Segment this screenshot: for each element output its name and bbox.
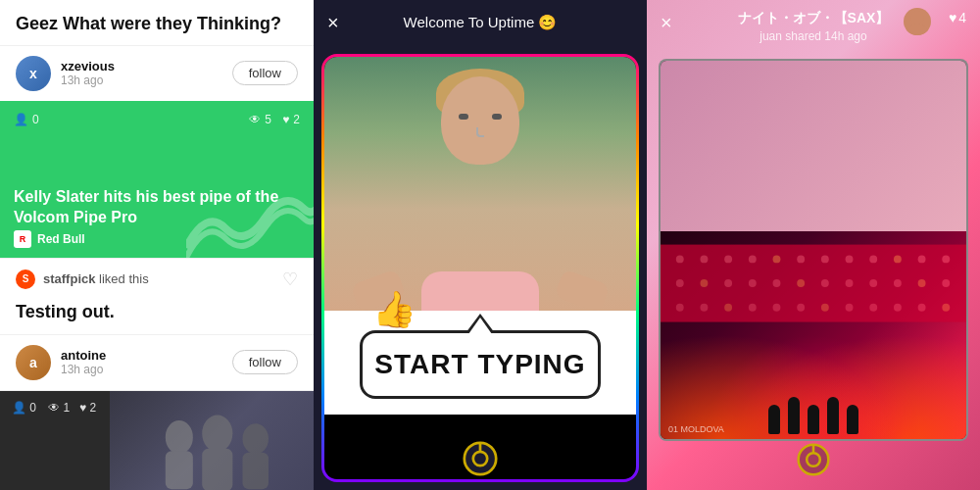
svg-point-4 xyxy=(243,423,269,454)
svg-point-31 xyxy=(846,279,854,287)
svg-point-41 xyxy=(797,303,805,311)
svg-point-44 xyxy=(869,303,877,311)
svg-point-36 xyxy=(676,303,684,311)
svg-point-38 xyxy=(724,303,732,311)
follow-button-1[interactable]: follow xyxy=(232,61,298,85)
people-silhouette xyxy=(116,407,304,490)
svg-point-26 xyxy=(724,279,732,287)
avatar-xzevious: x xyxy=(16,56,51,91)
heart-badge-icon: ♥ xyxy=(949,10,956,25)
user-time-1: 13h ago xyxy=(61,74,222,87)
svg-point-43 xyxy=(846,303,854,311)
eye-right xyxy=(492,114,502,120)
svg-point-35 xyxy=(942,279,950,287)
username-1: xzevious xyxy=(61,59,222,74)
svg-point-21 xyxy=(894,255,902,263)
heart-badge-count: 4 xyxy=(958,10,966,25)
bottom-card[interactable]: 👤 0 👁 1 ♥ 2 xyxy=(0,391,314,490)
svg-point-19 xyxy=(846,255,854,263)
hand-right xyxy=(554,269,610,313)
viewer-count: 👤 0 xyxy=(14,113,39,126)
right-panel: × ナイト・オブ・【SAX】 juan shared 14h ago ♥ 4 xyxy=(647,0,980,490)
liked-row: S staffpick liked this ♡ xyxy=(0,258,314,300)
svg-point-42 xyxy=(821,303,829,311)
nose xyxy=(476,127,484,137)
performer-1 xyxy=(768,405,780,434)
green-card[interactable]: 👤 0 👁 5 ♥ 2 Kelly Slater hits his best p… xyxy=(0,101,314,258)
brand-logo: R xyxy=(14,230,31,248)
green-card-brand: R Red Bull xyxy=(14,230,85,248)
left-header: Geez What were they Thinking? xyxy=(0,0,314,45)
face xyxy=(441,76,519,165)
svg-point-27 xyxy=(749,279,757,287)
svg-point-14 xyxy=(724,255,732,263)
middle-title: Welcome To Uptime 😊 xyxy=(314,14,647,31)
svg-point-0 xyxy=(166,420,193,454)
svg-point-25 xyxy=(700,279,708,287)
middle-panel: UPTIME UPTIME UPTIME UPTIME UPTIME UPTIM… xyxy=(314,0,647,490)
svg-point-18 xyxy=(821,255,829,263)
bottom-eye-icon: 👁 xyxy=(48,401,60,415)
performer-2 xyxy=(788,397,800,434)
typing-text: START TYPING xyxy=(372,349,588,380)
thumbs-up-icon: 👍 xyxy=(372,289,416,330)
svg-point-20 xyxy=(869,255,877,263)
svg-point-40 xyxy=(773,303,781,311)
uptime-logo-middle xyxy=(463,441,498,476)
svg-point-16 xyxy=(773,255,781,263)
svg-point-13 xyxy=(700,255,708,263)
svg-point-37 xyxy=(700,303,708,311)
svg-point-2 xyxy=(202,416,232,452)
typing-bubble: 👍 START TYPING xyxy=(360,330,601,399)
heart-badge: ♥ 4 xyxy=(949,10,966,25)
svg-rect-3 xyxy=(202,449,232,490)
svg-point-28 xyxy=(773,279,781,287)
svg-rect-5 xyxy=(243,453,269,489)
bottom-heart-icon: ♥ xyxy=(79,401,86,415)
performer-4 xyxy=(827,397,839,434)
follow-button-2[interactable]: follow xyxy=(232,350,298,374)
svg-point-17 xyxy=(797,255,805,263)
person-icon: 👤 xyxy=(14,113,28,126)
green-card-title: Kelly Slater hits his best pipe of the V… xyxy=(14,187,300,228)
staffpick-icon: S xyxy=(16,270,35,289)
avatar-antoine: a xyxy=(16,345,51,380)
svg-point-32 xyxy=(869,279,877,287)
video-frame[interactable]: 01 MOLDOVA xyxy=(659,59,968,441)
eye-left xyxy=(459,114,468,120)
svg-point-30 xyxy=(821,279,829,287)
liked-text: staffpick liked this xyxy=(43,271,274,286)
svg-point-22 xyxy=(918,255,926,263)
username-2: antoine xyxy=(61,348,222,363)
backdrop-lights xyxy=(661,231,966,335)
left-panel: Geez What were they Thinking? x xzevious… xyxy=(0,0,314,490)
user-row-1: x xzevious 13h ago follow xyxy=(0,46,314,101)
svg-point-45 xyxy=(894,303,902,311)
svg-point-29 xyxy=(797,279,805,287)
svg-point-34 xyxy=(918,279,926,287)
person-head xyxy=(441,76,519,165)
eye-icon-green: 👁 xyxy=(249,113,261,126)
svg-rect-1 xyxy=(166,451,193,489)
svg-point-39 xyxy=(749,303,757,311)
uptime-logo-right xyxy=(797,443,830,476)
svg-point-47 xyxy=(942,303,950,311)
testing-text: Testing out. xyxy=(0,300,314,334)
left-title: Geez What were they Thinking? xyxy=(16,14,298,35)
rainbow-border: 👍 START TYPING xyxy=(321,54,639,482)
performer-5 xyxy=(847,405,858,434)
bottom-viewer-count: 👤 0 xyxy=(12,401,36,415)
right-subtitle: juan shared 14h ago xyxy=(647,29,980,43)
moldova-label: 01 MOLDOVA xyxy=(668,424,724,434)
video-top xyxy=(661,61,966,231)
user-row-2: a antoine 13h ago follow xyxy=(0,335,314,390)
heart-icon[interactable]: ♡ xyxy=(282,269,298,290)
svg-point-23 xyxy=(942,255,950,263)
right-title-jp: ナイト・オブ・【SAX】 xyxy=(647,10,980,27)
person-area xyxy=(324,57,636,311)
bottom-person-icon: 👤 xyxy=(12,401,26,415)
svg-point-33 xyxy=(894,279,902,287)
svg-point-15 xyxy=(749,255,757,263)
svg-point-12 xyxy=(676,255,684,263)
video-stage: 01 MOLDOVA xyxy=(661,231,966,439)
